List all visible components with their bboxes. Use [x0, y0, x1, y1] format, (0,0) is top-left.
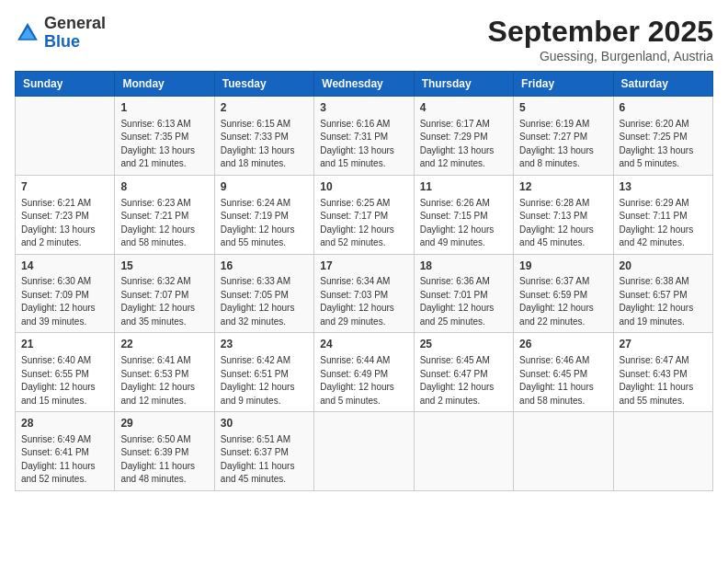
table-row: 10Sunrise: 6:25 AM Sunset: 7:17 PM Dayli… — [314, 175, 414, 254]
header-sunday: Sunday — [16, 72, 115, 97]
day-number: 4 — [420, 100, 507, 116]
day-number: 8 — [120, 179, 208, 195]
day-details: Sunrise: 6:19 AM Sunset: 7:27 PM Dayligh… — [519, 118, 607, 171]
table-row: 14Sunrise: 6:30 AM Sunset: 7:09 PM Dayli… — [16, 254, 115, 333]
day-number: 30 — [221, 416, 308, 431]
day-number: 3 — [320, 100, 407, 116]
day-details: Sunrise: 6:33 AM Sunset: 7:05 PM Dayligh… — [221, 275, 308, 328]
table-row: 12Sunrise: 6:28 AM Sunset: 7:13 PM Dayli… — [514, 175, 613, 254]
day-number: 18 — [420, 259, 507, 274]
day-details: Sunrise: 6:29 AM Sunset: 7:11 PM Dayligh… — [620, 197, 707, 250]
day-number: 6 — [620, 100, 707, 116]
day-number: 27 — [620, 337, 707, 352]
table-row: 8Sunrise: 6:23 AM Sunset: 7:21 PM Daylig… — [115, 175, 214, 254]
day-number: 24 — [320, 337, 407, 352]
day-details: Sunrise: 6:21 AM Sunset: 7:23 PM Dayligh… — [21, 197, 108, 250]
day-number: 2 — [221, 100, 308, 116]
header-saturday: Saturday — [613, 72, 712, 97]
day-number: 5 — [519, 100, 607, 116]
table-row — [613, 412, 712, 491]
table-row: 1Sunrise: 6:13 AM Sunset: 7:35 PM Daylig… — [115, 97, 214, 176]
table-row: 9Sunrise: 6:24 AM Sunset: 7:19 PM Daylig… — [214, 175, 313, 254]
table-row: 18Sunrise: 6:36 AM Sunset: 7:01 PM Dayli… — [414, 254, 513, 333]
day-details: Sunrise: 6:38 AM Sunset: 6:57 PM Dayligh… — [620, 275, 707, 328]
day-details: Sunrise: 6:15 AM Sunset: 7:33 PM Dayligh… — [221, 118, 308, 171]
table-row: 22Sunrise: 6:41 AM Sunset: 6:53 PM Dayli… — [115, 333, 214, 412]
table-row — [16, 97, 115, 176]
table-row — [414, 412, 513, 491]
day-number: 19 — [519, 259, 607, 274]
table-row: 27Sunrise: 6:47 AM Sunset: 6:43 PM Dayli… — [613, 333, 712, 412]
table-row: 20Sunrise: 6:38 AM Sunset: 6:57 PM Dayli… — [613, 254, 712, 333]
day-details: Sunrise: 6:13 AM Sunset: 7:35 PM Dayligh… — [120, 118, 208, 171]
day-details: Sunrise: 6:26 AM Sunset: 7:15 PM Dayligh… — [420, 197, 507, 250]
logo: General Blue — [15, 15, 106, 52]
day-details: Sunrise: 6:34 AM Sunset: 7:03 PM Dayligh… — [320, 275, 407, 328]
day-details: Sunrise: 6:17 AM Sunset: 7:29 PM Dayligh… — [420, 118, 507, 171]
day-number: 15 — [120, 259, 208, 274]
day-details: Sunrise: 6:36 AM Sunset: 7:01 PM Dayligh… — [420, 275, 507, 328]
day-details: Sunrise: 6:45 AM Sunset: 6:47 PM Dayligh… — [420, 354, 507, 408]
day-number: 11 — [420, 179, 507, 195]
calendar-table: Sunday Monday Tuesday Wednesday Thursday… — [15, 71, 713, 491]
day-details: Sunrise: 6:46 AM Sunset: 6:45 PM Dayligh… — [519, 354, 607, 408]
day-number: 17 — [320, 259, 407, 274]
header-thursday: Thursday — [414, 72, 513, 97]
table-row: 19Sunrise: 6:37 AM Sunset: 6:59 PM Dayli… — [514, 254, 613, 333]
day-details: Sunrise: 6:44 AM Sunset: 6:49 PM Dayligh… — [320, 354, 407, 408]
day-details: Sunrise: 6:28 AM Sunset: 7:13 PM Dayligh… — [519, 197, 607, 250]
day-number: 20 — [620, 259, 707, 274]
day-details: Sunrise: 6:41 AM Sunset: 6:53 PM Dayligh… — [120, 354, 208, 408]
table-row: 25Sunrise: 6:45 AM Sunset: 6:47 PM Dayli… — [414, 333, 513, 412]
day-number: 21 — [21, 337, 108, 352]
table-row — [514, 412, 613, 491]
header-tuesday: Tuesday — [214, 72, 313, 97]
day-details: Sunrise: 6:40 AM Sunset: 6:55 PM Dayligh… — [21, 354, 108, 408]
table-row: 23Sunrise: 6:42 AM Sunset: 6:51 PM Dayli… — [214, 333, 313, 412]
header-friday: Friday — [514, 72, 613, 97]
day-details: Sunrise: 6:32 AM Sunset: 7:07 PM Dayligh… — [120, 275, 208, 328]
table-row: 3Sunrise: 6:16 AM Sunset: 7:31 PM Daylig… — [314, 97, 414, 176]
table-row: 16Sunrise: 6:33 AM Sunset: 7:05 PM Dayli… — [214, 254, 313, 333]
day-number: 10 — [320, 179, 407, 195]
table-row: 24Sunrise: 6:44 AM Sunset: 6:49 PM Dayli… — [314, 333, 414, 412]
table-row — [314, 412, 414, 491]
day-number: 13 — [620, 179, 707, 195]
day-number: 25 — [420, 337, 507, 352]
day-details: Sunrise: 6:16 AM Sunset: 7:31 PM Dayligh… — [320, 118, 407, 171]
header-monday: Monday — [115, 72, 214, 97]
day-details: Sunrise: 6:25 AM Sunset: 7:17 PM Dayligh… — [320, 197, 407, 250]
table-row: 29Sunrise: 6:50 AM Sunset: 6:39 PM Dayli… — [115, 412, 214, 491]
table-row: 5Sunrise: 6:19 AM Sunset: 7:27 PM Daylig… — [514, 97, 613, 176]
day-number: 14 — [21, 259, 108, 274]
table-row: 4Sunrise: 6:17 AM Sunset: 7:29 PM Daylig… — [414, 97, 513, 176]
table-row: 13Sunrise: 6:29 AM Sunset: 7:11 PM Dayli… — [613, 175, 712, 254]
calendar-header: Sunday Monday Tuesday Wednesday Thursday… — [16, 72, 713, 97]
table-row: 28Sunrise: 6:49 AM Sunset: 6:41 PM Dayli… — [16, 412, 115, 491]
table-row: 6Sunrise: 6:20 AM Sunset: 7:25 PM Daylig… — [613, 97, 712, 176]
table-row: 11Sunrise: 6:26 AM Sunset: 7:15 PM Dayli… — [414, 175, 513, 254]
day-number: 1 — [120, 100, 208, 116]
day-number: 26 — [519, 337, 607, 352]
logo-text: General Blue — [44, 15, 106, 52]
day-details: Sunrise: 6:20 AM Sunset: 7:25 PM Dayligh… — [620, 118, 707, 171]
table-row: 30Sunrise: 6:51 AM Sunset: 6:37 PM Dayli… — [214, 412, 313, 491]
day-number: 16 — [221, 259, 308, 274]
title-block: September 2025 Guessing, Burgenland, Aus… — [488, 15, 713, 63]
day-details: Sunrise: 6:23 AM Sunset: 7:21 PM Dayligh… — [120, 197, 208, 250]
location: Guessing, Burgenland, Austria — [488, 49, 713, 63]
day-number: 29 — [120, 416, 208, 431]
day-details: Sunrise: 6:42 AM Sunset: 6:51 PM Dayligh… — [221, 354, 308, 408]
table-row: 7Sunrise: 6:21 AM Sunset: 7:23 PM Daylig… — [16, 175, 115, 254]
day-details: Sunrise: 6:30 AM Sunset: 7:09 PM Dayligh… — [21, 275, 108, 328]
day-details: Sunrise: 6:49 AM Sunset: 6:41 PM Dayligh… — [21, 433, 108, 487]
day-number: 7 — [21, 179, 108, 195]
logo-icon — [15, 20, 40, 46]
month-title: September 2025 — [488, 15, 713, 49]
table-row: 15Sunrise: 6:32 AM Sunset: 7:07 PM Dayli… — [115, 254, 214, 333]
header-wednesday: Wednesday — [314, 72, 414, 97]
day-details: Sunrise: 6:50 AM Sunset: 6:39 PM Dayligh… — [120, 433, 208, 487]
table-row: 21Sunrise: 6:40 AM Sunset: 6:55 PM Dayli… — [16, 333, 115, 412]
table-row: 2Sunrise: 6:15 AM Sunset: 7:33 PM Daylig… — [214, 97, 313, 176]
day-details: Sunrise: 6:24 AM Sunset: 7:19 PM Dayligh… — [221, 197, 308, 250]
